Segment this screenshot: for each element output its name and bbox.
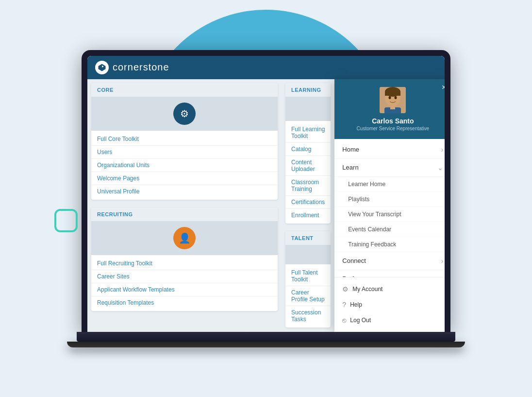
menu-item-perform[interactable]: Perform › — [334, 270, 445, 277]
core-card: CORE ⚙ Full Core Toolkit Users Organizat… — [91, 83, 278, 200]
menu-sub-feedback[interactable]: Training Feedback — [334, 237, 445, 252]
left-panel: CORE ⚙ Full Core Toolkit Users Organizat… — [87, 79, 282, 332]
learning-link-catalog[interactable]: Catalog — [285, 143, 331, 156]
core-link-users[interactable]: Users — [91, 146, 278, 159]
recruiting-icon-area: 👤 — [91, 221, 278, 255]
learning-card: LEARNING Full Learning Toolkit Catalog C… — [285, 83, 331, 224]
profile-section: × — [334, 79, 445, 139]
top-nav: cornerstone — [87, 56, 445, 79]
core-link-welcome[interactable]: Welcome Pages — [91, 172, 278, 185]
main-content: CORE ⚙ Full Core Toolkit Users Organizat… — [87, 79, 445, 332]
events-label: Events Calendar — [348, 226, 391, 233]
recruiting-links: Full Recruiting Toolkit Career Sites App… — [91, 255, 278, 311]
svg-point-6 — [389, 96, 391, 99]
learning-link-full[interactable]: Full Learning Toolkit — [285, 123, 331, 143]
learn-label: Learn — [342, 164, 358, 171]
home-label: Home — [342, 146, 359, 153]
talent-link-succession[interactable]: Succession Tasks — [285, 306, 331, 326]
talent-link-career[interactable]: Career Profile Setup — [285, 286, 331, 306]
svg-point-7 — [395, 96, 397, 99]
talent-link-full[interactable]: Full Talent Toolkit — [285, 266, 331, 286]
help-label: Help — [350, 301, 362, 308]
learning-link-classroom[interactable]: Classroom Training — [285, 176, 331, 196]
laptop-screen-inner: cornerstone CORE ⚙ Full Core To — [87, 56, 445, 332]
learning-link-content[interactable]: Content Uploader — [285, 156, 331, 176]
learn-chevron-icon: ⌄ — [437, 164, 443, 172]
menu-section: Home › Learn ⌄ Learner Home — [334, 139, 445, 277]
footer-logout[interactable]: ⎋ Log Out — [334, 312, 445, 328]
menu-item-connect[interactable]: Connect › — [334, 252, 445, 270]
core-card-header: CORE — [91, 83, 278, 97]
logout-label: Log Out — [350, 317, 371, 324]
profile-title: Customer Service Representative — [357, 126, 430, 131]
playlists-label: Playlists — [348, 196, 369, 203]
my-account-label: My Account — [352, 286, 382, 293]
feedback-label: Training Feedback — [348, 241, 396, 248]
cornerstone-logo-svg — [98, 63, 106, 72]
recruiting-link-career[interactable]: Career Sites — [91, 270, 278, 283]
close-button[interactable]: × — [442, 83, 445, 92]
talent-links: Full Talent Toolkit Career Profile Setup… — [285, 264, 331, 328]
menu-footer: ⚙ My Account ? Help ⎋ Log Out — [334, 277, 445, 332]
transcript-label: View Your Transcript — [348, 211, 401, 218]
core-link-universal[interactable]: Universal Profile — [91, 185, 278, 198]
avatar-face — [380, 87, 406, 113]
learning-link-enrollment[interactable]: Enrollment — [285, 209, 331, 222]
dropdown-panel: × — [334, 79, 445, 332]
footer-my-account[interactable]: ⚙ My Account — [334, 281, 445, 297]
svg-rect-5 — [385, 92, 400, 96]
core-links: Full Core Toolkit Users Organizational U… — [91, 131, 278, 200]
footer-help[interactable]: ? Help — [334, 297, 445, 312]
recruiting-card: RECRUITING 👤 Full Recruiting Toolkit Car… — [91, 207, 278, 311]
core-icon-area: ⚙ — [91, 97, 278, 131]
menu-item-learn[interactable]: Learn ⌄ — [334, 159, 445, 177]
avatar — [380, 87, 406, 113]
laptop-screen-outer: cornerstone CORE ⚙ Full Core To — [82, 50, 450, 332]
laptop: cornerstone CORE ⚙ Full Core To — [67, 50, 465, 347]
core-icon: ⚙ — [173, 103, 196, 125]
laptop-bottom — [67, 342, 465, 347]
gear-icon: ⚙ — [342, 285, 349, 293]
core-link-org[interactable]: Organizational Units — [91, 159, 278, 172]
recruiting-link-full[interactable]: Full Recruiting Toolkit — [91, 257, 278, 270]
svg-rect-9 — [390, 105, 395, 109]
logout-icon: ⎋ — [342, 316, 346, 324]
recruiting-link-workflow[interactable]: Applicant Workflow Templates — [91, 283, 278, 296]
learning-link-cert[interactable]: Certifications — [285, 196, 331, 209]
scene: cornerstone CORE ⚙ Full Core To — [0, 0, 532, 397]
help-icon: ? — [342, 301, 346, 309]
talent-icon-area — [285, 245, 331, 264]
avatar-svg — [380, 87, 406, 113]
laptop-base — [77, 332, 455, 342]
learning-icon-area — [285, 97, 331, 121]
right-panel: LEARNING Full Learning Toolkit Catalog C… — [282, 79, 445, 332]
learner-home-label: Learner Home — [348, 181, 385, 188]
logo-text: cornerstone — [113, 62, 169, 73]
talent-card-header: TALENT — [285, 231, 331, 245]
home-chevron-icon: › — [441, 146, 444, 154]
logo-icon — [95, 61, 109, 74]
learning-links: Full Learning Toolkit Catalog Content Up… — [285, 121, 331, 224]
connect-chevron-icon: › — [441, 257, 444, 265]
teal-decoration — [54, 209, 78, 232]
core-link-full[interactable]: Full Core Toolkit — [91, 133, 278, 146]
menu-sub-events[interactable]: Events Calendar — [334, 222, 445, 237]
menu-sub-learner-home[interactable]: Learner Home — [334, 177, 445, 192]
connect-label: Connect — [342, 257, 366, 264]
menu-sub-playlists[interactable]: Playlists — [334, 192, 445, 207]
recruiting-icon: 👤 — [173, 227, 196, 249]
menu-item-home[interactable]: Home › — [334, 141, 445, 159]
learning-card-header: LEARNING — [285, 83, 331, 97]
profile-name: Carlos Santo — [372, 117, 414, 125]
recruiting-link-req[interactable]: Requisition Templates — [91, 296, 278, 309]
recruiting-card-header: RECRUITING — [91, 207, 278, 221]
menu-sub-transcript[interactable]: View Your Transcript — [334, 207, 445, 222]
talent-card: TALENT Full Talent Toolkit Career Profil… — [285, 231, 331, 328]
